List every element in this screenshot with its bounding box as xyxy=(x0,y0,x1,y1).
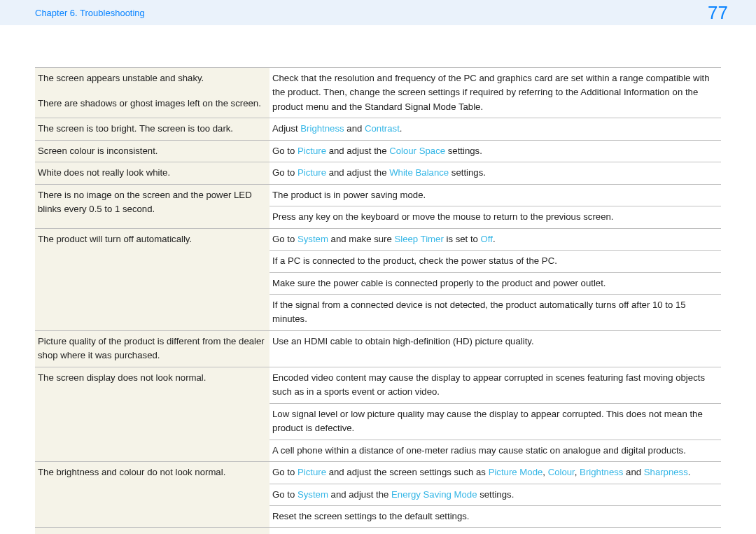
table-row: The screen display does not look normal.… xyxy=(35,367,721,403)
text: Go to xyxy=(272,167,298,178)
symptom-cell: There are shadows or ghost images left o… xyxy=(35,93,270,118)
text: Reset the screen settings to the default… xyxy=(272,511,470,521)
symptom-cell: The screen appears unstable and shaky. xyxy=(35,68,270,93)
solution-cell: Press any key on the keyboard or move th… xyxy=(270,206,721,228)
text: is set to xyxy=(444,234,481,244)
solution-cell: Go to Picture and adjust the Colour Spac… xyxy=(270,140,721,162)
menu-link: System xyxy=(298,234,328,244)
solution-cell: Adjust Brightness and Contrast. xyxy=(270,118,721,140)
solution-cell: Go to System and adjust the Energy Savin… xyxy=(270,484,721,505)
solution-cell: Reset the screen settings to the default… xyxy=(270,505,721,527)
text: , xyxy=(575,467,580,477)
table-row: The product will turn off automatically.… xyxy=(35,228,721,250)
menu-link: Brightness xyxy=(300,123,344,134)
text: A cell phone within a distance of one-me… xyxy=(272,445,686,456)
solution-cell: Low signal level or low picture quality … xyxy=(270,403,721,440)
menu-link: Picture xyxy=(298,167,326,178)
text: and adjust the screen settings such as xyxy=(326,467,489,477)
text: Encoded video content may cause the disp… xyxy=(272,372,705,397)
solution-cell: Use an HDMI cable to obtain high-definit… xyxy=(270,330,721,367)
text: Go to xyxy=(272,234,298,244)
text: Adjust xyxy=(272,123,300,134)
text: and make sure xyxy=(328,234,395,244)
solution-cell: If a PC is connected to the product, che… xyxy=(270,251,721,272)
table-row: The brightness and colour do not look no… xyxy=(35,462,721,484)
text: . xyxy=(400,123,402,134)
text: Check that the resolution and frequency … xyxy=(272,73,710,112)
symptom-cell: Picture quality of the product is differ… xyxy=(35,330,270,367)
text: If a PC is connected to the product, che… xyxy=(272,255,557,266)
menu-link: Sleep Timer xyxy=(394,234,443,244)
text: Press any key on the keyboard or move th… xyxy=(272,211,613,222)
troubleshooting-table: The screen appears unstable and shaky.Ch… xyxy=(35,67,721,534)
solution-cell: Make sure the power cable is connected p… xyxy=(270,272,721,294)
menu-link: System xyxy=(298,489,328,500)
text: If the signal from a connected device is… xyxy=(272,300,686,324)
text: Go to xyxy=(272,489,298,500)
text: Go to xyxy=(272,467,298,477)
table-row: Picture quality of the product is differ… xyxy=(35,330,721,367)
solution-cell: Check that the resolution and frequency … xyxy=(270,68,721,118)
text: . xyxy=(493,234,496,244)
symptom-cell: White does not really look white. xyxy=(35,162,270,184)
text: The product is in power saving mode. xyxy=(272,190,426,200)
text: and xyxy=(344,123,365,134)
menu-link: Picture Mode xyxy=(489,467,543,477)
text: Make sure the power cable is connected p… xyxy=(272,278,606,288)
text: settings. xyxy=(477,489,514,500)
menu-link: Sharpness xyxy=(644,467,688,477)
table-row: There is no image on the screen and the … xyxy=(35,184,721,206)
solution-cell: If the signal from a connected device is… xyxy=(270,294,721,330)
solution-cell: If Picture Size is set to Fit to Screen,… xyxy=(270,528,721,534)
menu-link: Colour Space xyxy=(389,146,445,156)
menu-link: Energy Saving Mode xyxy=(391,489,477,500)
menu-link: Picture xyxy=(298,146,326,156)
solution-cell: Go to Picture and adjust the screen sett… xyxy=(270,462,721,484)
text: Go to xyxy=(272,146,298,156)
page-header: Chapter 6. Troubleshooting 77 xyxy=(0,0,756,25)
troubleshooting-table-wrap: The screen appears unstable and shaky.Ch… xyxy=(0,25,756,534)
menu-link: Contrast xyxy=(365,123,400,134)
table-row: The screen appears unstable and shaky.Ch… xyxy=(35,68,721,93)
solution-cell: Encoded video content may cause the disp… xyxy=(270,367,721,403)
menu-link: Colour xyxy=(548,467,575,477)
solution-cell: Go to Picture and adjust the White Balan… xyxy=(270,162,721,184)
table-row: Screen colour is inconsistent.Go to Pict… xyxy=(35,140,721,162)
text: Use an HDMI cable to obtain high-definit… xyxy=(272,336,534,346)
symptom-cell: The screen display does not look normal. xyxy=(35,367,270,461)
menu-link: Picture xyxy=(298,467,326,477)
symptom-cell: The brightness and colour do not look no… xyxy=(35,462,270,528)
text: . xyxy=(688,467,691,477)
table-row: The screen is too bright. The screen is … xyxy=(35,118,721,140)
menu-link: White Balance xyxy=(389,167,449,178)
solution-cell: The product is in power saving mode. xyxy=(270,184,721,206)
symptom-cell: Screen colour is inconsistent. xyxy=(35,140,270,162)
text: and xyxy=(623,467,643,477)
menu-link: Off xyxy=(481,234,493,244)
text: settings. xyxy=(449,167,486,178)
symptom-cell: Broken lines are displayed on the edges … xyxy=(35,528,270,534)
text: and adjust the xyxy=(328,489,391,500)
page-number: 77 xyxy=(708,2,728,24)
symptom-cell: The screen is too bright. The screen is … xyxy=(35,118,270,140)
symptom-cell: The product will turn off automatically. xyxy=(35,228,270,330)
menu-link: Brightness xyxy=(580,467,623,477)
symptom-cell: There is no image on the screen and the … xyxy=(35,184,270,228)
chapter-title: Chapter 6. Troubleshooting xyxy=(35,8,145,18)
text: , xyxy=(542,467,547,477)
text: Low signal level or low picture quality … xyxy=(272,409,703,433)
solution-cell: A cell phone within a distance of one-me… xyxy=(270,440,721,461)
text: and adjust the xyxy=(326,167,389,178)
solution-cell: Go to System and make sure Sleep Timer i… xyxy=(270,228,721,250)
text: settings. xyxy=(445,146,482,156)
table-row: Broken lines are displayed on the edges … xyxy=(35,528,721,534)
text: and adjust the xyxy=(326,146,389,156)
table-row: White does not really look white.Go to P… xyxy=(35,162,721,184)
